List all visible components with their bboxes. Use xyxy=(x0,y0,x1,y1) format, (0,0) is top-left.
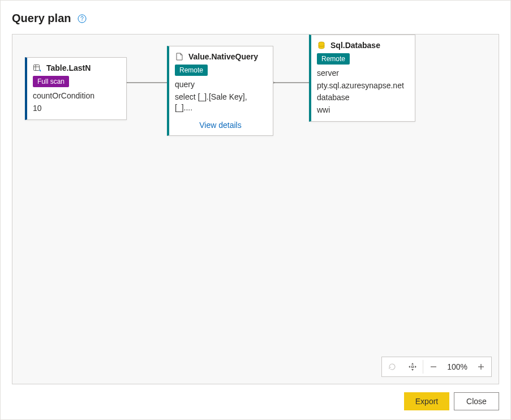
zoom-out-button[interactable] xyxy=(423,357,444,377)
server-value: pty.sql.azuresynapse.net xyxy=(317,80,408,92)
node-param-value: select [_].[Sale Key], [_].... xyxy=(175,92,266,114)
view-details-link[interactable]: View details xyxy=(175,117,266,130)
node-header: Value.NativeQuery xyxy=(175,52,266,61)
connector-arrow xyxy=(272,77,312,88)
node-header: Sql.Database xyxy=(317,41,408,50)
node-param-value: 10 xyxy=(33,103,119,114)
connector-arrow xyxy=(124,77,170,88)
document-icon xyxy=(175,52,184,61)
node-header: Table.LastN xyxy=(33,63,119,72)
server-label: server xyxy=(317,68,408,79)
node-native-query[interactable]: Value.NativeQuery Remote query select [_… xyxy=(167,46,273,136)
dialog-footer: Export Close xyxy=(12,384,499,410)
table-icon xyxy=(33,63,42,72)
svg-point-1 xyxy=(82,20,83,20)
database-value: wwi xyxy=(317,105,408,116)
zoom-toolbar: 100% xyxy=(381,357,492,377)
node-sql-database[interactable]: Sql.Database Remote server pty.sql.azure… xyxy=(309,35,415,122)
dialog-header: Query plan xyxy=(12,12,499,25)
help-icon[interactable] xyxy=(78,14,87,23)
svg-rect-8 xyxy=(412,366,414,368)
query-plan-canvas[interactable]: Table.LastN Full scan countOrCondition 1… xyxy=(12,34,499,384)
query-plan-dialog: Query plan xyxy=(0,0,511,420)
node-title: Table.LastN xyxy=(46,63,91,72)
zoom-in-button[interactable] xyxy=(471,357,491,377)
database-icon xyxy=(317,41,326,50)
export-button[interactable]: Export xyxy=(404,392,449,410)
node-title: Sql.Database xyxy=(330,41,380,50)
node-table-lastn[interactable]: Table.LastN Full scan countOrCondition 1… xyxy=(25,57,127,120)
close-button[interactable]: Close xyxy=(454,392,499,410)
fit-to-screen-button[interactable] xyxy=(402,357,423,377)
database-label: database xyxy=(317,92,408,104)
node-param-label: query xyxy=(175,79,266,91)
remote-badge: Remote xyxy=(317,53,350,65)
node-param-label: countOrCondition xyxy=(33,91,119,102)
svg-rect-4 xyxy=(34,65,40,71)
full-scan-badge: Full scan xyxy=(33,76,69,87)
dialog-title: Query plan xyxy=(12,12,71,25)
remote-badge: Remote xyxy=(175,65,208,76)
reset-view-button[interactable] xyxy=(382,357,402,377)
node-title: Value.NativeQuery xyxy=(188,52,258,61)
zoom-level: 100% xyxy=(444,362,471,371)
